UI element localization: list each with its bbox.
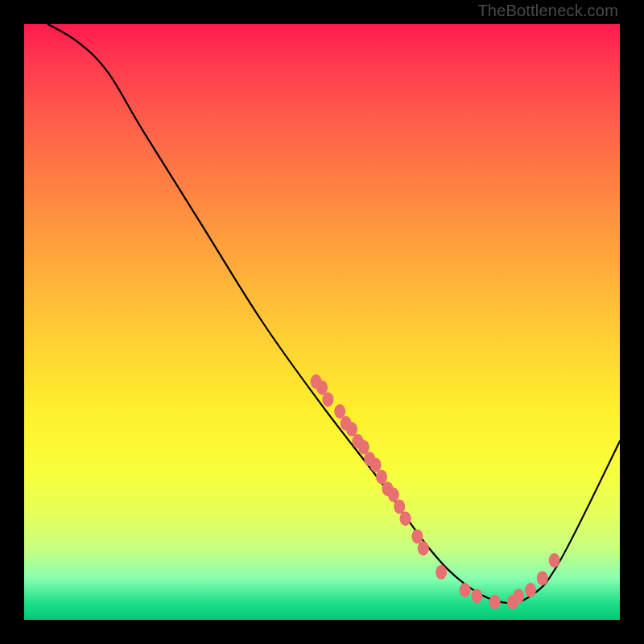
data-point-marker	[411, 529, 423, 543]
data-point-marker	[471, 588, 482, 603]
chart-plot-area	[24, 24, 620, 620]
data-point-marker	[513, 588, 524, 603]
data-point-marker	[370, 458, 382, 473]
data-point-marker	[388, 488, 399, 502]
data-point-marker	[549, 553, 560, 568]
data-point-marker	[334, 404, 345, 419]
data-point-marker	[537, 571, 548, 585]
data-point-markers	[311, 374, 560, 609]
data-point-marker	[460, 583, 471, 597]
bottleneck-curve-line	[48, 24, 620, 603]
bottleneck-curve-svg	[24, 24, 620, 620]
data-point-marker	[394, 499, 405, 514]
watermark-text: TheBottleneck.com	[477, 2, 618, 20]
data-point-marker	[376, 469, 387, 484]
data-point-marker	[358, 440, 369, 454]
data-point-marker	[436, 565, 447, 580]
data-point-marker	[346, 422, 357, 436]
data-point-marker	[489, 595, 501, 609]
data-point-marker	[316, 380, 328, 394]
data-point-marker	[418, 541, 429, 555]
data-point-marker	[322, 392, 333, 407]
data-point-marker	[400, 511, 411, 526]
data-point-marker	[525, 583, 536, 597]
